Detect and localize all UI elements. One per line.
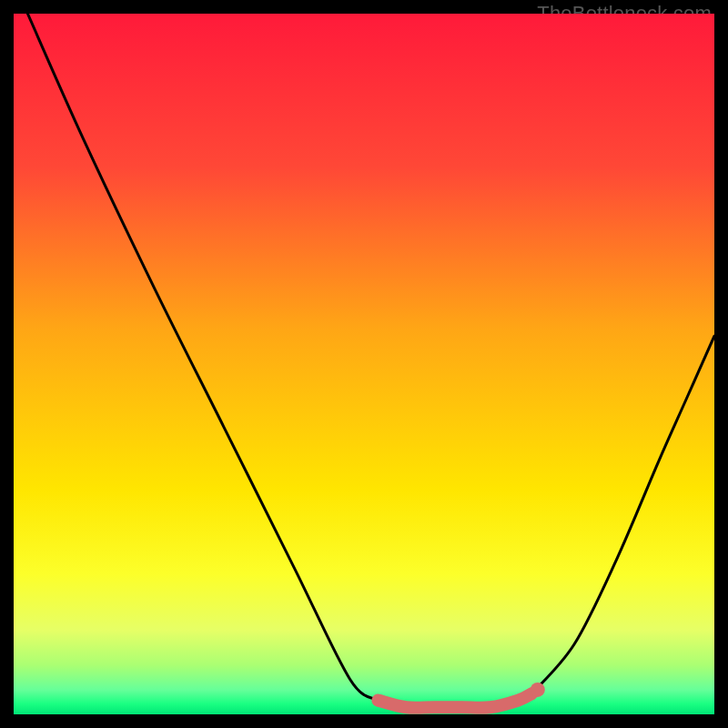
chart-frame	[14, 14, 714, 714]
svg-rect-0	[14, 14, 714, 714]
heat-gradient	[14, 14, 714, 714]
